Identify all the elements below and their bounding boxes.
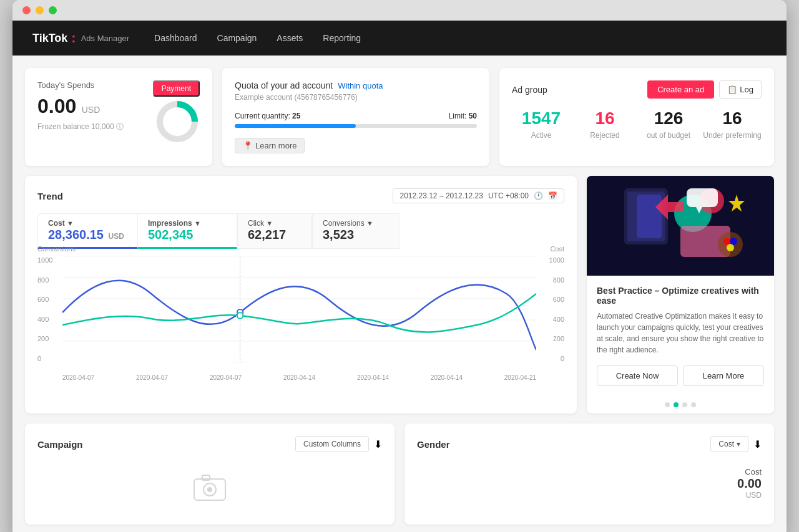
middle-row: Trend 2012.23.12 – 2012.12.23 UTC +08:00… xyxy=(25,176,774,414)
spends-amount: 0.00 xyxy=(37,95,76,117)
nav-assets[interactable]: Assets xyxy=(277,33,303,43)
nav-campaign[interactable]: Campaign xyxy=(217,33,257,43)
gender-card: Gender Cost ▾ ⬇ Cost 0.00 USD xyxy=(404,423,774,525)
export-icon[interactable]: ⬇ xyxy=(374,438,382,450)
campaign-empty-chart xyxy=(37,462,382,512)
stat-performing-value: 16 xyxy=(703,109,762,128)
main-content: Today's Spends Payment 0.00 USD Frozen b… xyxy=(12,56,787,532)
stat-budget-label: out of budget xyxy=(639,131,698,140)
learn-more-button[interactable]: 📍 Learn more xyxy=(235,138,305,153)
y-axis-label-right: Cost xyxy=(550,245,564,253)
stat-rejected-label: Rejected xyxy=(576,131,634,140)
best-practice-card: Best Practice – Optimize creatives with … xyxy=(587,176,774,414)
ad-group-card: Ad group Create an ad 📋 Log 1547 Active xyxy=(499,68,774,166)
chart-svg xyxy=(62,256,536,362)
learn-more-button[interactable]: Learn More xyxy=(683,365,764,386)
spends-card: Today's Spends Payment 0.00 USD Frozen b… xyxy=(25,68,212,166)
stat-rejected-value: 16 xyxy=(576,109,634,128)
clock-icon: 🕐 xyxy=(534,191,543,200)
bp-pagination-dots xyxy=(587,396,774,414)
click-value: 62,217 xyxy=(248,228,286,241)
nav-links: Dashboard Campaign Assets Reporting xyxy=(154,33,361,43)
metric-tab-click[interactable]: Click ▼ 62,217 xyxy=(237,213,312,249)
bp-dot-1[interactable] xyxy=(665,402,670,407)
cost-currency: USD xyxy=(109,232,124,241)
log-button[interactable]: 📋 Log xyxy=(719,80,762,99)
impressions-value: 502,345 xyxy=(148,228,193,241)
donut-chart xyxy=(155,99,200,147)
trend-title: Trend xyxy=(37,191,63,201)
quota-limit-value: 50 xyxy=(469,112,477,120)
quota-status: Within quota xyxy=(338,81,383,90)
custom-columns-button[interactable]: Custom Columns xyxy=(295,436,369,452)
bp-description: Automated Creative Optimization makes it… xyxy=(597,311,764,355)
gender-export-icon[interactable]: ⬇ xyxy=(753,438,762,450)
metric-tab-impressions[interactable]: Impressions ▼ 502,345 xyxy=(137,213,237,249)
svg-point-27 xyxy=(207,487,212,492)
browser-chrome xyxy=(12,0,787,21)
cost-selector[interactable]: Cost ▾ xyxy=(710,436,748,452)
stat-rejected: 16 Rejected xyxy=(576,109,634,140)
y-axis-right: 10008006004002000 xyxy=(539,256,564,362)
calendar-icon: 📅 xyxy=(548,191,557,200)
x-axis-labels: 2020-04-07 2020-04-07 2020-04-07 2020-04… xyxy=(62,374,536,381)
quota-limit-label: Limit: 50 xyxy=(449,112,477,120)
svg-rect-19 xyxy=(687,188,718,207)
close-button-icon[interactable] xyxy=(22,6,31,14)
y-axis-label-left: Conversions xyxy=(37,245,76,253)
nav-dashboard[interactable]: Dashboard xyxy=(154,33,197,43)
pin-icon: 📍 xyxy=(243,141,253,150)
quota-title: Quota of your ad account xyxy=(235,80,333,90)
cost-value: 28,360.15 xyxy=(48,228,104,241)
gender-cost-label: Cost xyxy=(737,467,762,476)
quota-current-label: Current quantity: 25 xyxy=(235,112,300,120)
svg-rect-14 xyxy=(637,195,662,238)
campaign-title: Campaign xyxy=(37,439,83,450)
date-range-selector[interactable]: 2012.23.12 – 2012.12.23 UTC +08:00 🕐 📅 xyxy=(393,188,564,203)
gender-cost-box: Cost 0.00 USD xyxy=(737,467,762,500)
ad-group-title: Ad group xyxy=(512,85,547,95)
quota-current-value: 25 xyxy=(292,112,300,120)
bp-title: Best Practice – Optimize creatives with … xyxy=(597,286,764,306)
bp-content: Best Practice – Optimize creatives with … xyxy=(587,276,774,396)
campaign-card: Campaign Custom Columns ⬇ xyxy=(25,423,395,525)
gender-cost-currency: USD xyxy=(737,491,762,500)
date-range-value: 2012.23.12 – 2012.12.23 xyxy=(400,191,483,200)
top-row: Today's Spends Payment 0.00 USD Frozen b… xyxy=(25,68,774,166)
ad-stats: 1547 Active 16 Rejected 126 out of budge… xyxy=(512,109,762,140)
stat-budget-value: 126 xyxy=(639,109,698,128)
timezone-value: UTC +08:00 xyxy=(488,191,529,200)
quota-card: Quota of your ad account Within quota Ex… xyxy=(222,68,489,166)
brand-separator: : xyxy=(71,30,76,46)
create-now-button[interactable]: Create Now xyxy=(597,365,678,386)
bottom-row: Campaign Custom Columns ⬇ xyxy=(25,423,774,525)
brand-subtitle: Ads Manager xyxy=(81,34,129,43)
chevron-down-icon: ▾ xyxy=(737,440,740,448)
bp-dot-2[interactable] xyxy=(674,402,679,407)
quota-bar-track xyxy=(235,124,477,128)
info-icon: ⓘ xyxy=(116,122,124,131)
stat-active: 1547 Active xyxy=(512,109,571,140)
stat-budget: 126 out of budget xyxy=(639,109,698,140)
y-axis-left: 10008006004002000 xyxy=(37,256,59,362)
payment-button[interactable]: Payment xyxy=(153,80,200,97)
metric-tab-conversions[interactable]: Conversions ▼ 3,523 xyxy=(312,213,400,249)
maximize-button-icon[interactable] xyxy=(49,6,57,14)
brand-logo: TikTok: Ads Manager xyxy=(32,30,129,46)
create-ad-button[interactable]: Create an ad xyxy=(647,80,714,99)
nav-reporting[interactable]: Reporting xyxy=(323,33,361,43)
conversions-value: 3,523 xyxy=(323,228,354,241)
bp-dot-3[interactable] xyxy=(682,402,687,407)
bp-buttons: Create Now Learn More xyxy=(597,365,764,386)
log-icon: 📋 xyxy=(727,85,737,94)
quota-account: Example account (45678765456776) xyxy=(235,93,477,102)
gender-title: Gender xyxy=(417,439,450,450)
trend-card: Trend 2012.23.12 – 2012.12.23 UTC +08:00… xyxy=(25,176,577,414)
stat-performing-label: Under preferming xyxy=(703,131,762,140)
stat-active-value: 1547 xyxy=(512,109,571,128)
metric-tab-cost[interactable]: Cost ▼ 28,360.15 USD xyxy=(37,213,137,249)
minimize-button-icon[interactable] xyxy=(36,6,44,14)
quota-bar-fill xyxy=(235,124,356,128)
metric-tabs: Cost ▼ 28,360.15 USD Impressions ▼ xyxy=(37,213,564,249)
bp-dot-4[interactable] xyxy=(691,402,696,407)
